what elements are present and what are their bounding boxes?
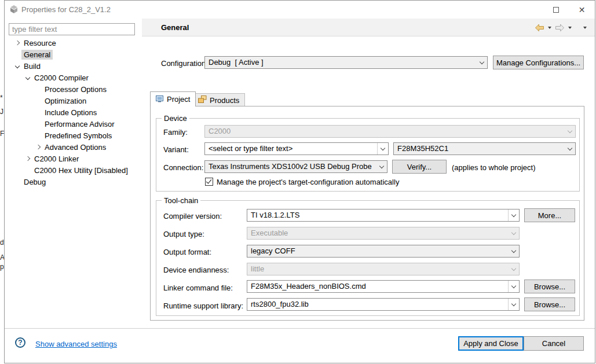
products-icon xyxy=(198,95,207,105)
app-icon xyxy=(9,5,19,14)
chevron-down-icon[interactable] xyxy=(508,299,519,310)
device-endianness-label: Device endianness: xyxy=(163,266,229,274)
configuration-select[interactable]: Debug [ Active ] xyxy=(204,56,488,69)
close-button[interactable]: ✕ xyxy=(569,1,595,19)
sidebar-item-c2000-hex-utility[interactable]: C2000 Hex Utility [Disabled] xyxy=(9,164,141,176)
tree-item-label: Include Options xyxy=(42,108,99,117)
variant-filter-combo[interactable]: <select or type filter text> xyxy=(204,142,389,155)
manage-target-config-label[interactable]: Manage the project's target-configuratio… xyxy=(217,178,399,186)
page-title: General xyxy=(161,23,189,32)
variant-device-select[interactable]: F28M35H52C1 xyxy=(393,142,576,155)
tab-project[interactable]: Project xyxy=(150,91,196,106)
tree-item-label: Processor Options xyxy=(42,84,109,94)
family-value: C2000 xyxy=(209,126,562,137)
tree-item-label: Predefined Symbols xyxy=(42,131,114,141)
apply-and-close-button[interactable]: Apply and Close xyxy=(458,336,524,351)
sidebar-item-processor-options[interactable]: Processor Options xyxy=(9,83,141,95)
chevron-down-icon[interactable] xyxy=(15,64,20,68)
variant-filter-value[interactable]: <select or type filter text> xyxy=(209,143,375,155)
sidebar-item-debug[interactable]: Debug xyxy=(9,176,141,187)
output-format-value: legacy COFF xyxy=(251,245,506,257)
more-button[interactable]: More... xyxy=(524,208,575,222)
back-history-dropdown-icon[interactable] xyxy=(548,27,551,29)
sidebar-item-c2000-compiler[interactable]: C2000 Compiler xyxy=(9,72,141,83)
back-button[interactable] xyxy=(535,24,544,32)
variant-label: Variant: xyxy=(163,145,189,154)
chevron-down-icon xyxy=(564,143,575,155)
output-format-select[interactable]: legacy COFF xyxy=(247,245,520,258)
chevron-down-icon xyxy=(564,126,575,137)
view-menu-icon[interactable] xyxy=(583,27,587,29)
title-bar: Properties for C28_2_V1.2 ✕ xyxy=(5,1,595,19)
sidebar-item-build[interactable]: Build xyxy=(9,60,141,72)
runtime-support-library-value[interactable]: rts2800_fpu32.lib xyxy=(251,299,506,310)
tree-item-label: C2000 Hex Utility [Disabled] xyxy=(32,166,130,175)
tab-label: Project xyxy=(167,95,190,104)
tree-item-label: Optimization xyxy=(42,96,89,106)
compiler-version-label: Compiler version: xyxy=(163,212,222,220)
compiler-version-value[interactable]: TI v18.1.2.LTS xyxy=(251,209,506,221)
sidebar-item-c2000-linker[interactable]: C2000 Linker xyxy=(9,153,141,164)
footer-separator xyxy=(5,328,595,329)
chevron-down-icon[interactable] xyxy=(508,281,519,292)
manage-target-config-checkbox[interactable] xyxy=(205,178,213,186)
tab-label: Products xyxy=(210,96,239,105)
chevron-down-icon[interactable] xyxy=(377,143,388,155)
sidebar-item-predefined-symbols[interactable]: Predefined Symbols xyxy=(9,130,141,141)
tree-item-label: General xyxy=(21,50,53,60)
tree-item-label: C2000 Linker xyxy=(32,154,81,164)
tree-item-label: C2000 Compiler xyxy=(32,73,91,83)
page-header: General xyxy=(142,19,595,36)
sidebar-item-resource[interactable]: Resource xyxy=(9,37,141,49)
connection-label: Connection: xyxy=(163,163,203,172)
forward-history-dropdown-icon[interactable] xyxy=(568,27,572,29)
configuration-value: Debug [ Active ] xyxy=(209,57,474,68)
tree-item-label: Debug xyxy=(21,177,48,187)
chevron-right-icon[interactable] xyxy=(36,145,41,149)
chevron-down-icon xyxy=(476,57,487,68)
chevron-down-icon xyxy=(376,161,387,172)
device-endianness-select: little xyxy=(247,263,520,275)
sidebar-item-advanced-options[interactable]: Advanced Options xyxy=(9,141,141,153)
forward-button[interactable] xyxy=(555,24,565,32)
chevron-down-icon xyxy=(508,227,519,239)
show-advanced-settings-link[interactable]: Show advanced settings xyxy=(35,340,117,348)
sidebar-item-performance-advisor[interactable]: Performance Advisor xyxy=(9,118,141,130)
linker-command-file-combo[interactable]: F28M35x_Headers_nonBIOS.cmd xyxy=(247,280,520,293)
linker-command-file-value[interactable]: F28M35x_Headers_nonBIOS.cmd xyxy=(251,281,506,292)
chevron-down-icon[interactable] xyxy=(25,75,30,80)
chevron-down-icon xyxy=(508,245,519,257)
connection-select[interactable]: Texas Instruments XDS100v2 USB Debug Pro… xyxy=(204,160,387,173)
output-type-label: Output type: xyxy=(163,230,204,238)
chevron-right-icon[interactable] xyxy=(25,156,30,161)
compiler-version-combo[interactable]: TI v18.1.2.LTS xyxy=(247,209,520,222)
verify-button[interactable]: Verify... xyxy=(392,160,447,174)
tree-item-label: Performance Advisor xyxy=(42,119,117,129)
chevron-right-icon[interactable] xyxy=(15,41,20,45)
sidebar-item-include-options[interactable]: Include Options xyxy=(9,106,141,118)
cancel-button[interactable]: Cancel xyxy=(524,336,584,351)
filter-input[interactable] xyxy=(9,23,135,35)
output-type-select: Executable xyxy=(247,227,520,240)
tree-item-label: Resource xyxy=(21,38,58,48)
browse-runtime-button[interactable]: Browse... xyxy=(524,297,575,311)
edge-fragment: * xyxy=(0,94,3,102)
connection-note: (applies to whole project) xyxy=(452,163,536,172)
sidebar-item-optimization[interactable]: Optimization xyxy=(9,95,141,106)
sidebar-item-general[interactable]: General xyxy=(9,49,141,60)
project-icon xyxy=(156,95,164,104)
manage-configurations-button[interactable]: Manage Configurations... xyxy=(493,56,584,69)
chevron-down-icon[interactable] xyxy=(508,209,519,221)
output-format-label: Output format: xyxy=(163,248,211,256)
browse-linker-button[interactable]: Browse... xyxy=(524,280,575,293)
window-title: Properties for C28_2_V1.2 xyxy=(21,5,111,14)
chevron-down-icon xyxy=(508,263,519,275)
tab-products[interactable]: Products xyxy=(192,93,245,106)
runtime-support-library-combo[interactable]: rts2800_fpu32.lib xyxy=(247,298,520,311)
variant-device-value: F28M35H52C1 xyxy=(397,143,562,155)
maximize-button[interactable] xyxy=(543,1,569,19)
header-nav xyxy=(535,19,587,36)
tree-item-label: Build xyxy=(21,61,43,71)
help-button[interactable]: ? xyxy=(15,337,25,348)
device-endianness-value: little xyxy=(251,263,506,275)
